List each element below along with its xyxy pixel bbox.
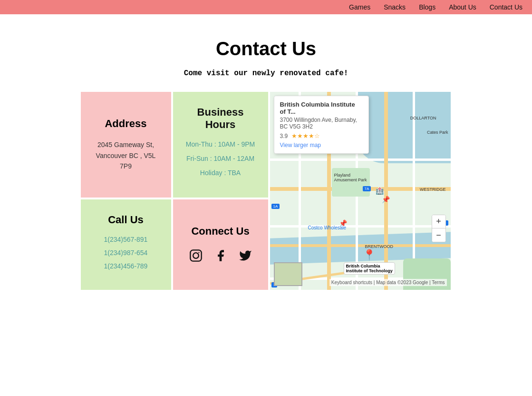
map-stars: 3.9 ★★★★☆ <box>280 132 363 139</box>
nav-snacks[interactable]: Snacks <box>384 3 406 11</box>
call-card: Call Us 1(234)567-891 1(234)987-654 1(23… <box>81 199 171 290</box>
svg-point-1 <box>193 253 199 258</box>
label-dollarton: DOLLARTON <box>410 116 436 120</box>
nav-blogs[interactable]: Blogs <box>419 3 435 11</box>
address-heading: Address <box>105 118 146 130</box>
badge-7a: 7A <box>363 186 371 191</box>
pin-health-icon: 🏥 <box>376 187 384 195</box>
svg-point-2 <box>198 252 199 253</box>
zoom-in-button[interactable]: + <box>432 215 445 228</box>
contact-grid: Address 2045 Gameway St, Vancouver BC , … <box>81 92 452 290</box>
map-info-box: British Columbia Institute of T... 3700 … <box>274 96 369 154</box>
hours-card: BusinessHours Mon-Thu : 10AM - 9PM Fri-S… <box>173 92 268 198</box>
road-h5 <box>270 225 451 228</box>
bcit-label: British ColumbiaInstitute of Technology <box>344 262 395 275</box>
bcit-location: 📍 British ColumbiaInstitute of Technolog… <box>344 249 395 275</box>
navbar: Games Snacks Blogs About Us Contact Us <box>0 0 532 14</box>
page-title: Contact Us <box>0 38 532 59</box>
address-line2: Vancouver BC , V5L 7P9 <box>90 150 162 172</box>
park2 <box>332 168 370 197</box>
hours-fri-sun: Fri-Sun : 10AM - 12AM <box>186 155 254 162</box>
map-place-name: British Columbia Institute of T... <box>280 101 363 115</box>
phone3: 1(234)456-789 <box>104 262 148 270</box>
twitter-icon[interactable] <box>237 247 254 264</box>
map-thumbnail <box>274 262 302 286</box>
address-line1: 2045 Gameway St, <box>97 139 154 150</box>
road-h2 <box>270 244 451 247</box>
map-address: 3700 Willingdon Ave, Burnaby, BC V5G 3H2 <box>280 117 363 130</box>
nav-games[interactable]: Games <box>349 3 370 11</box>
view-larger-link[interactable]: View larger map <box>280 142 363 148</box>
label-cates: Cates Park <box>427 130 448 135</box>
pin-costco2-icon: 📌 <box>339 219 347 227</box>
label-playland: PlaylandAmusement Park <box>334 173 367 182</box>
nav-contact[interactable]: Contact Us <box>490 3 522 11</box>
hours-heading: BusinessHours <box>197 106 244 131</box>
instagram-icon[interactable] <box>187 247 204 264</box>
water-area <box>356 92 451 163</box>
zoom-controls: + − <box>432 215 446 242</box>
road-h4 <box>270 158 451 161</box>
svg-rect-0 <box>190 250 201 261</box>
connect-card: Connect Us <box>173 199 268 290</box>
label-westridge: WESTRIDGE <box>420 187 446 192</box>
label-brentwood: BRENTWOOD <box>365 244 394 249</box>
hours-mon-thu: Mon-Thu : 10AM - 9PM <box>186 140 255 148</box>
phone1: 1(234)567-891 <box>104 236 148 243</box>
phone2: 1(234)987-654 <box>104 249 148 257</box>
map-attribution: Keyboard shortcuts | Map data ©2023 Goog… <box>329 279 447 286</box>
address-card: Address 2045 Gameway St, Vancouver BC , … <box>81 92 171 198</box>
map-pin-icon: 📍 <box>344 249 395 261</box>
nav-about[interactable]: About Us <box>449 3 476 11</box>
social-icons <box>187 247 254 264</box>
pin-costco-icon: 📌 <box>382 196 390 203</box>
facebook-icon[interactable] <box>212 247 229 264</box>
badge-1a: 1A <box>271 204 280 209</box>
map-card: PlaylandAmusement Park Costco Wholesale … <box>270 92 451 290</box>
call-heading: Call Us <box>108 214 144 226</box>
page-subtitle: Come visit our newly renovated cafe! <box>0 69 532 78</box>
zoom-out-button[interactable]: − <box>432 228 445 242</box>
connect-heading: Connect Us <box>191 225 249 238</box>
map-wrapper: PlaylandAmusement Park Costco Wholesale … <box>270 92 451 290</box>
hours-holiday: Holiday : TBA <box>200 169 241 177</box>
